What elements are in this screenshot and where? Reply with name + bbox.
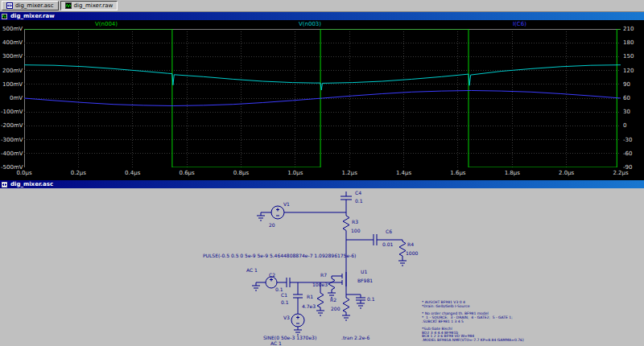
y-axis-tick-left: 300mV bbox=[1, 53, 23, 60]
c5-bypass-capacitor[interactable] bbox=[346, 295, 365, 308]
component-label[interactable]: C1 bbox=[281, 292, 287, 298]
schematic-canvas[interactable]: V120C40.1R3100C60.01R41000PULSE(-0.5 0.5… bbox=[0, 188, 644, 346]
component-label[interactable]: C4 bbox=[355, 190, 361, 196]
schematic-window: dig_mixer.asc bbox=[0, 180, 644, 346]
component-label[interactable]: V1 bbox=[283, 201, 290, 207]
component-label[interactable]: BF981 bbox=[357, 278, 373, 283]
component-label[interactable]: 100e3 bbox=[312, 282, 328, 287]
c6-capacitor[interactable] bbox=[346, 234, 402, 245]
tab-label-asc: dig_mixer.asc bbox=[15, 2, 54, 9]
y-axis-tick-left: 500mV bbox=[1, 26, 23, 32]
c1-capacitor[interactable] bbox=[293, 282, 303, 314]
schematic-drawing bbox=[0, 188, 644, 346]
v1-ground bbox=[257, 212, 271, 220]
component-label[interactable]: AC 1 bbox=[246, 267, 258, 273]
x-axis-tick: 0.8µs bbox=[229, 170, 253, 176]
component-label[interactable]: .tran 2.2e-6 bbox=[341, 335, 369, 340]
component-label[interactable]: R4 bbox=[407, 241, 414, 247]
trace-label-ic6[interactable]: I(C6) bbox=[513, 21, 526, 27]
component-label[interactable]: C2 bbox=[269, 272, 275, 278]
waveform-window-title: dig_mixer.raw bbox=[10, 13, 55, 19]
v1-voltage-source[interactable] bbox=[271, 206, 284, 219]
r1-resistor[interactable] bbox=[316, 282, 324, 315]
y-axis-tick-right: 0 bbox=[623, 122, 626, 129]
component-label[interactable]: 0.1 bbox=[355, 198, 363, 204]
spice-model-line: .MODEL BF981A NMF(VTO=-7.7 KP=8.84 GAMMA… bbox=[422, 339, 524, 343]
component-label[interactable]: R2 bbox=[330, 297, 336, 303]
y-axis-tick-right: 60 bbox=[623, 95, 630, 101]
component-label[interactable]: 0.01 bbox=[382, 241, 393, 247]
component-label[interactable]: R7 bbox=[320, 272, 327, 278]
component-label[interactable]: PULSE(-0.5 0.5 0 5e-9 5e-9 5.4644808874e… bbox=[203, 253, 356, 258]
r2-resistor[interactable] bbox=[342, 286, 350, 320]
x-axis-tick: 2.2µs bbox=[609, 170, 633, 176]
y-axis-tick-right: 90 bbox=[623, 81, 630, 88]
v3-sine-source[interactable] bbox=[291, 314, 304, 327]
x-axis-tick: 1.6µs bbox=[446, 170, 470, 176]
trace-label-vn003[interactable]: V(n003) bbox=[299, 21, 321, 27]
r3-resistor[interactable] bbox=[343, 216, 349, 272]
waveform-plot-area[interactable]: V(n004) V(n003) I(C6) 500mV400mV300mV200… bbox=[0, 20, 644, 180]
component-label[interactable]: AC 1 bbox=[270, 340, 282, 346]
y-axis-tick-left: -400mV bbox=[1, 150, 23, 157]
y-axis-tick-right: 30 bbox=[623, 109, 630, 115]
schematic-window-titlebar[interactable]: dig_mixer.asc bbox=[0, 180, 644, 188]
y-axis-tick-right: -30 bbox=[623, 137, 632, 143]
y-axis-tick-right: 180 bbox=[623, 39, 634, 46]
y-axis-tick-left: 400mV bbox=[1, 39, 23, 46]
waveform-window-titlebar[interactable]: dig_mixer.raw bbox=[0, 12, 644, 20]
y-axis-tick-left: -100mV bbox=[1, 109, 23, 115]
waveform-file-icon bbox=[65, 2, 72, 9]
wire-gate2[interactable] bbox=[332, 276, 342, 278]
x-axis-tick: 1.4µs bbox=[392, 170, 416, 176]
y-axis-tick-left: -200mV bbox=[1, 122, 23, 129]
schematic-file-icon bbox=[6, 2, 13, 9]
x-axis-tick: 2.0µs bbox=[555, 170, 579, 176]
component-label[interactable]: R3 bbox=[352, 219, 358, 224]
trace-V(n003) bbox=[24, 65, 621, 90]
tab-dig-mixer-raw[interactable]: dig_mixer.raw bbox=[60, 1, 118, 10]
component-label[interactable]: 20 bbox=[269, 222, 275, 228]
schematic-window-icon bbox=[2, 182, 7, 187]
component-label[interactable]: V3 bbox=[283, 315, 290, 320]
v2-polarity-marks bbox=[270, 278, 273, 282]
y-axis-tick-right: -60 bbox=[623, 150, 632, 157]
schematic-window-title: dig_mixer.asc bbox=[10, 181, 53, 187]
trace-label-vn004[interactable]: V(n004) bbox=[95, 21, 118, 27]
waveform-plot[interactable] bbox=[24, 29, 621, 167]
x-axis-tick: 1.0µs bbox=[283, 170, 308, 176]
waveform-window: dig_mixer.raw V(n004) V(n003) I(C6) 500m… bbox=[0, 12, 644, 180]
v3-polarity-marks bbox=[296, 316, 299, 324]
x-axis-tick: 0.4µs bbox=[121, 170, 145, 176]
window-tab-bar: dig_mixer.asc dig_mixer.raw bbox=[0, 0, 644, 12]
x-axis-tick: 1.2µs bbox=[337, 170, 361, 176]
x-axis-tick: 0.6µs bbox=[175, 170, 199, 176]
v3-ground bbox=[294, 327, 302, 335]
x-axis-tick: 0.0µs bbox=[12, 170, 36, 176]
spice-model-text: * AUSCHT BF981 V3 0 4*Drain: Gelb/Gelb I… bbox=[422, 301, 524, 343]
component-label[interactable]: U1 bbox=[361, 269, 367, 274]
y-axis-tick-left: 200mV bbox=[1, 68, 23, 74]
y-axis-tick-left: 0mV bbox=[1, 95, 23, 101]
y-axis-tick-left: -300mV bbox=[1, 137, 23, 143]
r7-resistor[interactable] bbox=[328, 278, 336, 298]
component-label[interactable]: R1 bbox=[307, 294, 313, 299]
component-label[interactable]: 200 bbox=[331, 306, 340, 311]
x-axis-tick: 1.8µs bbox=[500, 170, 524, 176]
x-axis-tick: 0.2µs bbox=[66, 170, 90, 176]
tab-dig-mixer-asc[interactable]: dig_mixer.asc bbox=[2, 1, 59, 10]
component-label[interactable]: 4.7e3 bbox=[302, 303, 316, 309]
component-label[interactable]: 0.1 bbox=[281, 299, 289, 305]
tab-label-raw: dig_mixer.raw bbox=[74, 2, 114, 9]
component-label[interactable]: 100 bbox=[351, 228, 360, 233]
waveform-window-icon bbox=[2, 14, 7, 19]
component-label[interactable]: 0.1 bbox=[275, 286, 283, 292]
y-axis-tick-right: 150 bbox=[623, 53, 634, 60]
v2-ground bbox=[252, 282, 266, 290]
component-label[interactable]: 1000 bbox=[406, 250, 418, 256]
component-label[interactable]: SINE(0 50e-3 1370e3) bbox=[263, 335, 316, 340]
y-axis-tick-left: 100mV bbox=[1, 81, 23, 88]
component-label[interactable]: 0.1 bbox=[367, 296, 375, 302]
y-axis-tick-right: 210 bbox=[623, 26, 634, 32]
component-label[interactable]: C6 bbox=[386, 229, 392, 234]
